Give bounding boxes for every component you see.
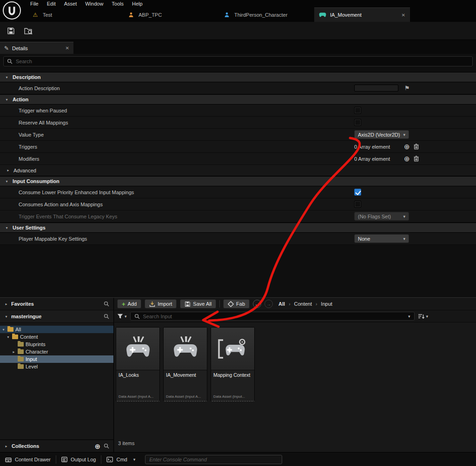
asset-type: Data Asset (Input A...	[164, 394, 207, 401]
close-icon[interactable]: ✕	[66, 46, 69, 51]
plus-icon: +	[122, 301, 126, 307]
tree-item-level[interactable]: Level	[0, 363, 113, 370]
fab-icon	[228, 301, 234, 307]
value-type-dropdown[interactable]: Axis2D (Vector2D) ▾	[354, 130, 409, 139]
section-title: Action	[13, 97, 28, 102]
save-button[interactable]	[3, 24, 18, 37]
output-log-icon	[61, 457, 67, 462]
warning-icon: ⚠	[32, 12, 39, 18]
breadcrumb-content[interactable]: Content	[294, 301, 312, 307]
player-mappable-dropdown[interactable]: None ▾	[354, 234, 409, 243]
close-icon[interactable]: ✕	[402, 13, 405, 18]
row-player-mappable-key-settings: Player Mappable Key Settings None ▾	[0, 233, 476, 245]
tab-abp-tpc[interactable]: ABP_TPC	[123, 7, 218, 22]
asset-thumbnail	[164, 328, 207, 370]
breadcrumb-all[interactable]: All	[278, 301, 285, 307]
checkbox[interactable]	[354, 189, 361, 196]
section-advanced[interactable]: ▸ Advanced	[0, 165, 476, 176]
browse-to-asset-button[interactable]	[21, 24, 36, 37]
tree-item-content[interactable]: ▾ Content	[0, 333, 113, 341]
terminal-icon	[106, 457, 113, 462]
menu-edit[interactable]: Edit	[43, 0, 60, 7]
menu-window[interactable]: Window	[81, 0, 107, 7]
tree-label: Input	[26, 356, 37, 362]
menu-help[interactable]: Help	[128, 0, 147, 7]
add-collection-icon[interactable]: ⊕	[94, 443, 100, 450]
menu-tools[interactable]: Tools	[107, 0, 128, 7]
breadcrumb-separator-icon: ›	[289, 302, 290, 307]
favorites-header[interactable]: ▸ Favorites	[0, 298, 113, 310]
asset-search-input[interactable]	[143, 314, 402, 319]
delete-elements-icon[interactable]	[414, 156, 419, 162]
sort-settings-button[interactable]: ▾	[418, 314, 429, 319]
section-user-settings[interactable]: ▾ User Settings	[0, 223, 476, 233]
anim-blueprint-icon	[127, 12, 135, 18]
tab-ia-movement[interactable]: IA_Movement ✕	[314, 7, 410, 22]
asset-tile-ia-movement[interactable]: IA_Movement Data Asset (Input A...	[163, 327, 207, 401]
forward-button[interactable]: →	[264, 300, 273, 308]
details-tab[interactable]: ✎ Details ✕	[0, 42, 73, 54]
filter-funnel-icon	[117, 314, 123, 319]
section-title: Input Consumption	[13, 178, 60, 184]
tree-label: All	[15, 327, 21, 332]
property-label: Modifiers	[0, 156, 335, 162]
tab-test[interactable]: ⚠ Test	[27, 7, 123, 22]
row-action-description: Action Description ⚑	[0, 82, 476, 94]
source-header[interactable]: ▾ masteringue	[0, 310, 113, 323]
import-button[interactable]: Import	[145, 299, 177, 308]
menu-file[interactable]: File	[26, 0, 43, 7]
tab-label: ABP_TPC	[139, 12, 162, 18]
save-all-button[interactable]: Save All	[180, 299, 216, 308]
output-log-button[interactable]: Output Log	[56, 453, 101, 466]
section-description[interactable]: ▾ Description	[0, 72, 476, 82]
items-count: 3 items	[118, 440, 134, 446]
tree-label: Content	[20, 334, 38, 340]
tab-thirdperson-character[interactable]: ThirdPerson_Character	[218, 7, 314, 22]
chevron-down-icon: ▾	[426, 314, 429, 319]
checkbox[interactable]	[354, 119, 361, 126]
fab-button[interactable]: Fab	[223, 299, 250, 308]
delete-elements-icon[interactable]	[414, 144, 419, 150]
menu-asset[interactable]: Asset	[60, 0, 81, 7]
tree-item-input[interactable]: Input	[0, 355, 113, 363]
tree-item-bluprints[interactable]: Bluprints	[0, 341, 113, 348]
asset-tile-mapping-context[interactable]: Mapping Context Data Asset (Input...	[211, 327, 255, 401]
tree-item-all[interactable]: ▾ All	[0, 326, 113, 333]
flag-icon[interactable]: ⚑	[404, 85, 410, 92]
details-search-input[interactable]	[16, 59, 469, 64]
console-command-box[interactable]	[145, 455, 282, 464]
checkbox[interactable]	[354, 107, 361, 114]
content-browser-main: + Add Import Save All Fab ← → All › Cont…	[114, 298, 476, 452]
add-element-icon[interactable]: ⊕	[404, 143, 410, 150]
row-consume-lower-priority: Consume Lower Priority Enhanced Input Ma…	[0, 186, 476, 198]
console-command-input[interactable]	[149, 457, 278, 462]
asset-tile-ia-looks[interactable]: IA_Looks Data Asset (Input A...	[116, 327, 160, 401]
source-label: masteringue	[11, 314, 41, 319]
tab-label: IA_Movement	[330, 12, 362, 18]
back-button[interactable]: ←	[253, 300, 261, 308]
section-input-consumption[interactable]: ▾ Input Consumption	[0, 176, 476, 186]
legacy-flags-dropdown[interactable]: (No Flags Set) ▾	[354, 212, 409, 221]
checkbox[interactable]	[354, 201, 361, 208]
add-button[interactable]: + Add	[117, 299, 141, 308]
chevron-down-icon: ▾	[133, 457, 136, 462]
dropdown-value: Axis2D (Vector2D)	[358, 132, 400, 138]
details-search[interactable]	[3, 56, 473, 66]
cmd-selector[interactable]: Cmd ▾	[101, 453, 140, 466]
row-triggers: Triggers 0 Array element ⊕	[0, 141, 476, 153]
filter-button[interactable]: ▾	[117, 314, 127, 319]
import-icon	[149, 301, 155, 307]
property-label: Reserve All Mappings	[0, 120, 335, 125]
collections-header[interactable]: ▸ Collections ⊕	[0, 440, 113, 452]
chevron-down-icon: ▾	[403, 236, 405, 241]
content-drawer-button[interactable]: Content Drawer	[0, 453, 56, 466]
add-element-icon[interactable]: ⊕	[404, 155, 410, 162]
breadcrumb-input[interactable]: Input	[321, 301, 332, 307]
property-label: Trigger Events That Consume Legacy Keys	[0, 214, 335, 219]
row-consumes-action-axis: Consumes Action and Axis Mappings	[0, 198, 476, 210]
content-browser-sidebar: ▸ Favorites ▾ masteringue ▾ All ▾ Conten…	[0, 298, 114, 452]
action-description-field[interactable]	[354, 85, 398, 92]
tree-item-character[interactable]: ▸ Character	[0, 348, 113, 355]
asset-search[interactable]: ▾	[130, 312, 415, 321]
section-action[interactable]: ▾ Action	[0, 94, 476, 105]
